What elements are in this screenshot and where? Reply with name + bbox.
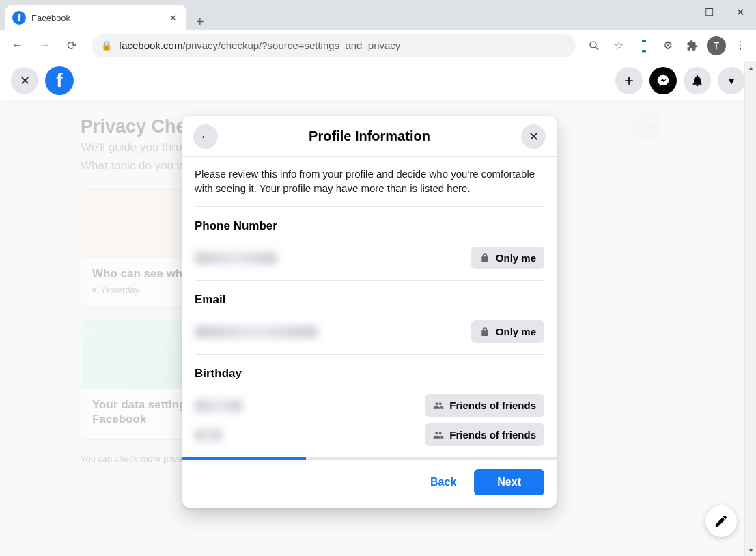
close-checkup-button[interactable]: ✕ — [11, 67, 38, 94]
birthday-value-redacted — [195, 400, 242, 412]
audience-label: Friends of friends — [449, 429, 536, 441]
new-tab-button[interactable]: + — [186, 14, 214, 30]
window-close-icon[interactable]: ✕ — [725, 0, 756, 25]
scroll-up-icon[interactable]: ▴ — [745, 61, 756, 73]
extension-bug-icon[interactable]: ⚙ — [658, 36, 678, 56]
email-row: Only me — [195, 316, 544, 355]
messenger-icon[interactable] — [649, 67, 677, 94]
notifications-bell-icon[interactable] — [684, 67, 711, 94]
edit-icon — [714, 514, 729, 529]
next-button[interactable]: Next — [474, 469, 544, 495]
url-path: /privacy/checkup/?source=settings_and_pr… — [182, 40, 400, 51]
url-domain: facebook.com — [119, 40, 182, 51]
svg-line-1 — [596, 47, 598, 50]
bookmark-star-icon[interactable]: ☆ — [608, 36, 629, 56]
edit-fab[interactable] — [705, 505, 737, 537]
facebook-logo-icon[interactable]: f — [45, 66, 74, 95]
friends-icon — [433, 400, 444, 411]
birthday-row-1: Friends of friends — [195, 390, 544, 423]
email-value-redacted — [195, 326, 318, 338]
nav-forward-icon: → — [33, 34, 56, 57]
create-plus-icon[interactable] — [615, 67, 643, 94]
modal-title: Profile Information — [309, 128, 430, 144]
audience-label: Only me — [496, 252, 536, 264]
birthday-audience-button-2[interactable]: Friends of friends — [425, 423, 544, 446]
address-bar: ← → ⟳ 🔒 facebook.com/privacy/checkup/?so… — [0, 30, 756, 61]
zoom-icon[interactable] — [584, 36, 604, 56]
facebook-page: ✕ f ▾ ⋯ Privacy Checkup We'll guide you … — [0, 61, 756, 556]
extension-dashboard-icon[interactable]: ▪▪▪▪ — [633, 36, 654, 56]
lock-icon — [479, 326, 490, 337]
email-audience-button[interactable]: Only me — [471, 320, 544, 343]
lock-icon: 🔒 — [101, 40, 112, 51]
facebook-header: ✕ f ▾ — [0, 61, 756, 100]
tab-title: Facebook — [31, 13, 167, 23]
tab-strip: f Facebook ✕ + — ☐ ✕ — [0, 0, 756, 30]
modal-description: Please review this info from your profil… — [195, 167, 544, 207]
window-minimize-icon[interactable]: — — [662, 0, 693, 25]
window-controls: — ☐ ✕ — [662, 0, 756, 25]
section-birthday-label: Birthday — [195, 367, 544, 380]
section-email-label: Email — [195, 293, 544, 307]
lock-icon — [479, 253, 490, 264]
tab-close-icon[interactable]: ✕ — [167, 10, 180, 26]
phone-audience-button[interactable]: Only me — [471, 247, 544, 269]
birthyear-value-redacted — [195, 429, 222, 441]
audience-label: Friends of friends — [449, 400, 536, 411]
chrome-profile-avatar[interactable]: T — [707, 36, 726, 55]
chrome-menu-icon[interactable]: ⋮ — [730, 36, 751, 56]
scroll-down-icon[interactable]: ▾ — [745, 544, 756, 556]
browser-tab[interactable]: f Facebook ✕ — [5, 5, 186, 30]
back-button[interactable]: Back — [422, 471, 464, 494]
modal-close-button[interactable]: ✕ — [521, 124, 546, 149]
nav-back-icon[interactable]: ← — [5, 34, 29, 57]
phone-row: Only me — [195, 242, 544, 281]
facebook-favicon-icon: f — [12, 11, 26, 25]
profile-info-modal: ← Profile Information ✕ Please review th… — [182, 116, 557, 508]
section-phone-label: Phone Number — [195, 219, 544, 233]
window-maximize-icon[interactable]: ☐ — [693, 0, 725, 25]
browser-chrome: f Facebook ✕ + — ☐ ✕ ← → ⟳ 🔒 facebook.co… — [0, 0, 756, 61]
modal-header: ← Profile Information ✕ — [182, 116, 557, 157]
birthday-audience-button-1[interactable]: Friends of friends — [425, 394, 544, 417]
modal-body: Please review this info from your profil… — [182, 157, 557, 457]
omnibox[interactable]: 🔒 facebook.com/privacy/checkup/?source=s… — [92, 34, 576, 57]
phone-value-redacted — [195, 252, 277, 264]
page-scrollbar[interactable]: ▴ ▾ — [744, 61, 756, 556]
modal-footer: Back Next — [182, 460, 557, 508]
audience-label: Only me — [496, 326, 536, 337]
modal-back-button[interactable]: ← — [193, 124, 218, 149]
account-dropdown-icon[interactable]: ▾ — [718, 67, 745, 94]
svg-point-0 — [590, 42, 596, 48]
extensions-puzzle-icon[interactable] — [682, 36, 703, 56]
birthday-row-2: Friends of friends — [195, 423, 544, 453]
friends-icon — [433, 430, 444, 441]
nav-reload-icon[interactable]: ⟳ — [60, 34, 83, 57]
